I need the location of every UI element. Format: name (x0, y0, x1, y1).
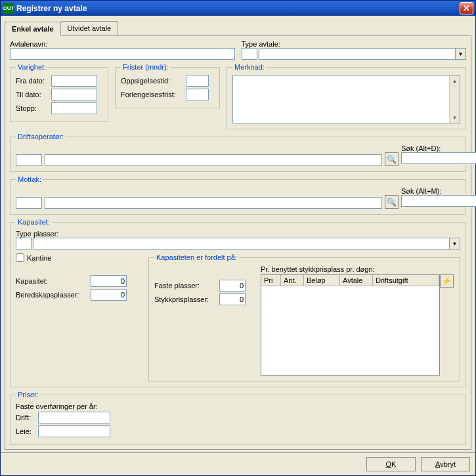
stopp-input[interactable] (51, 102, 97, 114)
driftsoperator-name-input[interactable] (45, 154, 382, 166)
th-belop[interactable]: Beløp (304, 275, 340, 286)
kantine-checkbox[interactable] (16, 253, 24, 262)
driftsoperator-legend: Driftsoperatør: (16, 133, 66, 141)
fra-dato-input[interactable] (51, 75, 97, 87)
drift-label: Drift: (16, 414, 35, 422)
mottak-name-input[interactable] (45, 197, 382, 209)
th-pri[interactable]: Pri (261, 275, 281, 286)
mottak-lookup-button[interactable]: 🔍 (385, 195, 399, 209)
mottak-fieldset: Mottak: 🔍 Søk (Alt+M): 🔭 (10, 175, 466, 215)
mottak-sok-label: Søk (Alt+M): (401, 187, 460, 195)
forlengelsesfrist-input[interactable] (186, 89, 209, 100)
priser-sublabel: Faste overføringer per år: (16, 402, 98, 410)
mottak-legend: Mottak: (16, 175, 43, 183)
varighet-fieldset: Varighet: Fra dato: Til dato: Stopp: (10, 63, 108, 122)
leie-input[interactable] (38, 425, 110, 437)
type-avtale-label: Type avtale: (242, 40, 467, 48)
til-dato-input[interactable] (51, 89, 97, 100)
tab-enkel-avtale[interactable]: Enkel avtale (5, 22, 61, 36)
mottak-sok-input[interactable] (401, 195, 476, 207)
th-ant[interactable]: Ant. (281, 275, 304, 286)
type-plasser-code-input[interactable] (16, 238, 32, 249)
stykkpris-plasser-label: Stykkprisplasser: (154, 295, 217, 303)
chevron-down-icon[interactable]: ▼ (455, 49, 465, 59)
merknad-textarea[interactable] (233, 76, 449, 123)
close-icon[interactable]: ✕ (460, 2, 473, 14)
driftsoperator-sok-label: Søk (Alt+D): (401, 144, 460, 152)
leie-label: Leie: (16, 427, 35, 435)
table-header-row: Pri Ant. Beløp Avtale Driftsutgift (261, 275, 439, 286)
stopp-label: Stopp: (16, 104, 49, 112)
th-avtale[interactable]: Avtale (340, 275, 373, 286)
driftsoperator-code-input[interactable] (16, 154, 42, 166)
fordelt-legend: Kapasiteten er fordelt på: (154, 253, 239, 261)
ok-button[interactable]: OK (366, 457, 416, 471)
table-action-button[interactable]: ⚡ (440, 274, 454, 288)
search-icon: 🔍 (387, 155, 397, 164)
avtalenavn-label: Avtalenavn: (10, 40, 235, 48)
kapasitet-num-label: Kapasitet: (16, 277, 88, 285)
main-window: OUT Registrer ny avtale ✕ Enkel avtale U… (0, 0, 476, 476)
oppsigelsestid-label: Oppsigelsestid: (121, 77, 183, 85)
th-driftsutgift[interactable]: Driftsutgift (373, 275, 439, 286)
avbryt-button[interactable]: Avbryt (421, 457, 470, 471)
tab-strip: Enkel avtale Utvidet avtale (5, 21, 471, 35)
scroll-down-icon[interactable]: ▼ (450, 112, 460, 123)
tab-utvidet-avtale[interactable]: Utvidet avtale (60, 21, 119, 35)
titlebar: OUT Registrer ny avtale ✕ (1, 1, 475, 16)
scroll-up-icon[interactable]: ▲ (450, 76, 460, 86)
varighet-legend: Varighet: (16, 63, 48, 71)
type-avtale-combo[interactable]: ▼ (259, 48, 467, 60)
stykkpris-plasser-input[interactable] (219, 293, 246, 305)
content-area: Enkel avtale Utvidet avtale Avtalenavn: … (1, 16, 475, 452)
kantine-label: Kantine (27, 254, 51, 262)
window-title: Registrer ny avtale (16, 4, 460, 13)
type-plasser-combo[interactable]: ▼ (33, 238, 460, 249)
row-varighet-frister-merknad: Varighet: Fra dato: Til dato: Stopp: (10, 63, 466, 129)
driftsoperator-lookup-button[interactable]: 🔍 (385, 152, 399, 166)
type-avtale-code-input[interactable] (242, 48, 257, 60)
beredskap-label: Beredskapsplasser: (16, 291, 88, 299)
drift-input[interactable] (38, 412, 110, 423)
tab-panel: Avtalenavn: Type avtale: ▼ (5, 35, 471, 450)
kapasitet-num-input[interactable] (91, 275, 127, 287)
mottak-code-input[interactable] (16, 197, 42, 209)
footer-bar: OK Avbryt (1, 452, 475, 475)
merknad-fieldset: Merknad: ▲ ▼ (227, 63, 466, 129)
driftsoperator-sok-input[interactable] (401, 152, 476, 164)
app-icon: OUT (3, 3, 14, 14)
priser-legend: Priser: (16, 391, 41, 399)
fordelt-fieldset: Kapasiteten er fordelt på: Faste plasser… (148, 253, 460, 381)
til-dato-label: Til dato: (16, 91, 49, 98)
merknad-legend: Merknad: (232, 63, 267, 71)
chevron-down-icon[interactable]: ▼ (449, 238, 460, 249)
driftsoperator-fieldset: Driftsoperatør: 🔍 Søk (Alt+D): 🔭 (10, 133, 466, 172)
search-icon: 🔍 (387, 198, 397, 207)
kapasitet-fieldset: Kapasitet: Type plasser: ▼ Kantine (10, 218, 466, 387)
faste-plasser-input[interactable] (219, 280, 246, 292)
frister-fieldset: Frister (mndr): Oppsigelsestid: Forlenge… (115, 63, 220, 108)
kapasitet-legend: Kapasitet: (16, 218, 52, 226)
fra-dato-label: Fra dato: (16, 77, 49, 85)
stykkpris-table[interactable]: Pri Ant. Beløp Avtale Driftsutgift (261, 274, 440, 376)
oppsigelsestid-input[interactable] (186, 75, 209, 87)
beredskap-input[interactable] (91, 289, 127, 301)
lightning-icon: ⚡ (442, 276, 452, 286)
row-avtalenavn-typeavtale: Avtalenavn: Type avtale: ▼ (10, 40, 466, 60)
frister-legend: Frister (mndr): (121, 63, 171, 71)
priser-fieldset: Priser: Faste overføringer per år: Drift… (10, 391, 466, 445)
merknad-scrollbar[interactable]: ▲ ▼ (449, 76, 460, 123)
type-plasser-label: Type plasser: (16, 230, 460, 238)
forlengelsesfrist-label: Forlengelsesfrist: (121, 91, 183, 98)
faste-plasser-label: Faste plasser: (154, 282, 217, 290)
avtalenavn-input[interactable] (10, 48, 235, 60)
table-caption: Pr. benyttet stykkprisplass pr. døgn: (261, 265, 454, 273)
